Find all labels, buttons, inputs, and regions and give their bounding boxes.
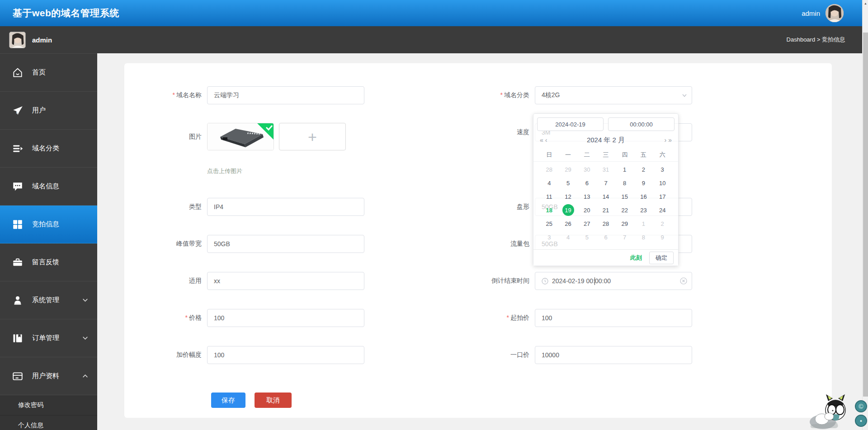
- calendar-day-2[interactable]: 2: [634, 163, 653, 176]
- input-value: 100: [542, 314, 552, 322]
- type-input[interactable]: IP4: [207, 198, 364, 216]
- header-username[interactable]: admin: [802, 9, 820, 17]
- start-price-input[interactable]: 100: [535, 309, 692, 327]
- header-avatar[interactable]: [826, 4, 844, 22]
- upload-image-button[interactable]: +: [279, 123, 346, 150]
- weekday-label: 六: [653, 151, 672, 159]
- calendar-day-9[interactable]: 9: [634, 176, 653, 190]
- calendar-day-7[interactable]: 7: [596, 176, 615, 190]
- sidebar-item-用户资料[interactable]: 用户资料: [0, 357, 97, 395]
- calendar-title[interactable]: 2024 年 2 月: [548, 136, 663, 145]
- calendar-day-26[interactable]: 26: [559, 217, 578, 230]
- calendar-day-31[interactable]: 31: [596, 163, 615, 176]
- calendar-day-11[interactable]: 11: [540, 190, 559, 203]
- sidebar-item-用户[interactable]: 用户: [0, 92, 97, 130]
- clear-icon[interactable]: [680, 277, 687, 285]
- price-input[interactable]: 100: [207, 309, 364, 327]
- sidebar-item-系统管理[interactable]: 系统管理: [0, 281, 97, 319]
- calendar-nav: « ‹ 2024 年 2 月 › »: [533, 133, 678, 147]
- buyout-price-input[interactable]: 10000: [535, 346, 692, 364]
- field-label: 起拍价: [510, 314, 529, 321]
- calendar-day-6[interactable]: 6: [577, 176, 596, 190]
- calendar-day-23[interactable]: 23: [634, 203, 653, 217]
- calendar-day-18[interactable]: 18: [540, 203, 559, 217]
- peak-bandwidth-input[interactable]: 50GB: [207, 235, 364, 253]
- calendar-day-13[interactable]: 13: [577, 190, 596, 203]
- vertical-scrollbar[interactable]: ▲: [862, 0, 868, 430]
- prev-month-icon[interactable]: ‹: [544, 136, 548, 144]
- calendar-day-12[interactable]: 12: [559, 190, 578, 203]
- calendar-day-29[interactable]: 29: [559, 163, 578, 176]
- now-button[interactable]: 此刻: [630, 254, 642, 262]
- upload-tip[interactable]: 点击上传图片: [207, 167, 242, 175]
- breadcrumb-dashboard[interactable]: Dashboard: [787, 36, 816, 43]
- calendar-date-input[interactable]: 2024-02-19: [537, 117, 604, 131]
- save-button[interactable]: 保存: [211, 393, 245, 408]
- end-time-input[interactable]: 2024-02-19 00:00:00: [535, 272, 692, 290]
- domain-name-input[interactable]: 云端学习: [207, 86, 364, 104]
- calendar-day-4[interactable]: 4: [540, 176, 559, 190]
- calendar-day-30[interactable]: 30: [577, 163, 596, 176]
- calendar-day-19[interactable]: 19: [559, 203, 578, 217]
- chevron-up-icon: [82, 373, 88, 379]
- calendar-day-27[interactable]: 27: [577, 217, 596, 230]
- calendar-day-8[interactable]: 8: [615, 176, 634, 190]
- sidebar-item-域名分类[interactable]: 域名分类: [0, 130, 97, 168]
- calendar-day-29[interactable]: 29: [615, 217, 634, 230]
- calendar-day-7[interactable]: 7: [615, 230, 634, 244]
- prev-year-icon[interactable]: «: [539, 136, 544, 144]
- field-label: 盘形: [463, 203, 535, 211]
- calendar-time-input[interactable]: 00:00:00: [608, 117, 675, 131]
- calendar-day-6[interactable]: 6: [596, 230, 615, 244]
- input-value: IP4: [214, 203, 223, 210]
- increment-input[interactable]: 100: [207, 346, 364, 364]
- apply-input[interactable]: xx: [207, 272, 364, 290]
- calendar-day-28[interactable]: 28: [540, 163, 559, 176]
- calendar-day-4[interactable]: 4: [559, 230, 578, 244]
- calendar-day-22[interactable]: 22: [615, 203, 634, 217]
- calendar-day-1[interactable]: 1: [634, 217, 653, 230]
- calendar-day-17[interactable]: 17: [653, 190, 672, 203]
- calendar-day-21[interactable]: 21: [596, 203, 615, 217]
- avatar-photo: [826, 4, 844, 22]
- sidebar-item-竞拍信息[interactable]: 竞拍信息: [0, 206, 97, 243]
- home-icon: [11, 67, 24, 79]
- calendar-day-9[interactable]: 9: [653, 230, 672, 244]
- calendar-day-20[interactable]: 20: [577, 203, 596, 217]
- sidebar-item-订单管理[interactable]: 订单管理: [0, 319, 97, 357]
- user-bar: admin Dashboard > 竞拍信息: [0, 26, 868, 53]
- calendar-day-16[interactable]: 16: [634, 190, 653, 203]
- calendar-day-15[interactable]: 15: [615, 190, 634, 203]
- scrollbar-thumb[interactable]: [863, 33, 868, 397]
- grid-icon: [11, 219, 24, 230]
- next-month-icon[interactable]: ›: [664, 136, 668, 144]
- category-select[interactable]: 4核2G: [535, 86, 692, 104]
- calendar-day-10[interactable]: 10: [653, 176, 672, 190]
- sidebar-subitem-个人信息[interactable]: 个人信息: [0, 416, 97, 430]
- sidebar-item-首页[interactable]: 首页: [0, 54, 97, 92]
- calendar-day-3[interactable]: 3: [653, 163, 672, 176]
- calendar-day-14[interactable]: 14: [596, 190, 615, 203]
- sidebar-item-域名信息[interactable]: 域名信息: [0, 168, 97, 206]
- sidebar-subitem-修改密码[interactable]: 修改密码: [0, 395, 97, 416]
- cancel-button[interactable]: 取消: [255, 393, 292, 408]
- scroll-up-arrow-icon[interactable]: ▲: [863, 2, 868, 5]
- sidebar-avatar[interactable]: [9, 32, 26, 48]
- calendar-day-3[interactable]: 3: [540, 230, 559, 244]
- calendar-day-25[interactable]: 25: [540, 217, 559, 230]
- calendar-day-8[interactable]: 8: [634, 230, 653, 244]
- calendar-day-5[interactable]: 5: [559, 176, 578, 190]
- calendar-day-2[interactable]: 2: [653, 217, 672, 230]
- calendar-day-28[interactable]: 28: [596, 217, 615, 230]
- calendar-day-1[interactable]: 1: [615, 163, 634, 176]
- calendar-day-5[interactable]: 5: [577, 230, 596, 244]
- confirm-button[interactable]: 确定: [649, 252, 674, 264]
- field-label: 适用: [136, 277, 207, 285]
- next-year-icon[interactable]: »: [667, 136, 673, 144]
- calendar-day-24[interactable]: 24: [653, 203, 672, 217]
- uploaded-image-thumbnail[interactable]: [207, 123, 274, 150]
- sidebar-item-留言反馈[interactable]: 留言反馈: [0, 243, 97, 281]
- idcard-icon: [11, 370, 24, 382]
- field-label: 速度: [463, 128, 535, 136]
- chevron-down-icon: [82, 297, 88, 303]
